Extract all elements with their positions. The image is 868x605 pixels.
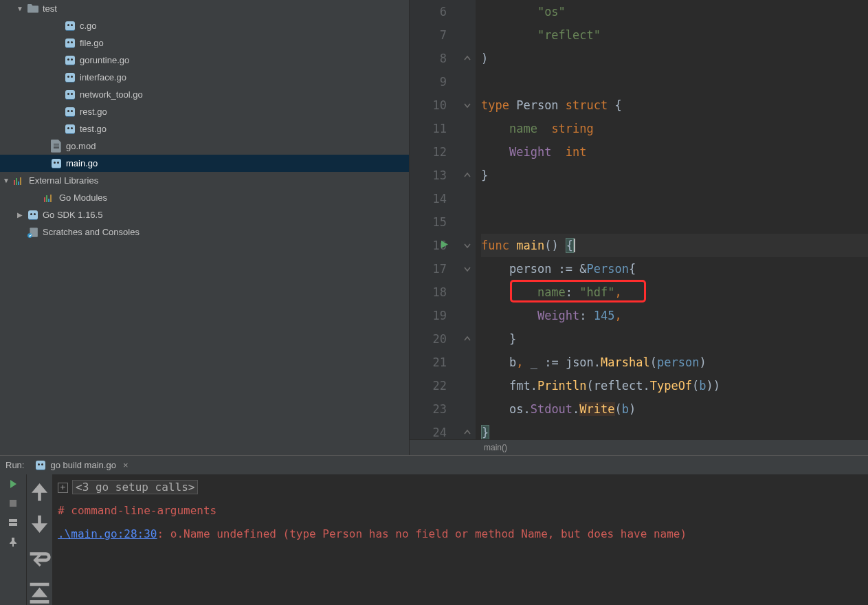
code-line[interactable]: type Person struct { (481, 94, 868, 117)
code-line[interactable]: "os" (481, 0, 868, 23)
file-c.go[interactable]: c.go (0, 17, 409, 34)
run-tool-window: +<3 go setup calls> # command-line-argum… (0, 474, 868, 605)
line-number[interactable]: 6 (410, 0, 447, 23)
code-line[interactable]: os.Stdout.Write(b) (481, 397, 868, 421)
console-output[interactable]: +<3 go setup calls> # command-line-argum… (52, 474, 868, 605)
line-number[interactable]: 7 (410, 23, 447, 47)
code-line[interactable]: name: "hdf", (481, 280, 868, 304)
go-modules[interactable]: Go Modules (0, 189, 409, 206)
code-line[interactable]: } (481, 327, 868, 351)
line-number[interactable]: 12 (410, 140, 447, 164)
line-number[interactable]: 15 (410, 210, 447, 234)
library-icon (44, 192, 55, 204)
file-interface.go[interactable]: interface.go (0, 69, 409, 86)
line-number[interactable]: 24 (410, 421, 447, 439)
line-number[interactable]: 11 (410, 117, 447, 140)
external-libraries[interactable]: ▼External Libraries (0, 172, 409, 189)
line-number[interactable]: 8 (410, 47, 447, 70)
go-file-icon (65, 124, 76, 135)
file-test.go[interactable]: test.go (0, 120, 409, 138)
tree-label: test.go (80, 124, 107, 134)
pin-icon[interactable] (8, 536, 19, 547)
file-main-go[interactable]: main.go (0, 155, 409, 172)
code-area[interactable]: "os" "reflect")type Person struct { name… (476, 0, 868, 439)
code-line[interactable]: "reflect" (481, 23, 868, 47)
code-line[interactable] (481, 210, 868, 234)
file-go-mod[interactable]: go.mod (0, 138, 409, 155)
fold-mark-icon[interactable] (463, 335, 471, 343)
line-number[interactable]: 17 (410, 257, 447, 280)
line-number[interactable]: 23 (410, 397, 447, 421)
run-gutter-icon[interactable] (440, 240, 449, 249)
file-file.go[interactable]: file.go (0, 34, 409, 52)
setup-calls[interactable]: <3 go setup calls> (72, 480, 198, 494)
run-tab[interactable]: go build main.go × (31, 457, 132, 474)
fold-mark-icon[interactable] (463, 241, 471, 250)
go-file-icon (65, 89, 76, 100)
line-number[interactable]: 20 (410, 327, 447, 351)
fold-mark-icon[interactable] (463, 54, 471, 63)
line-number[interactable]: 19 (410, 304, 447, 327)
code-line[interactable]: func main() { (481, 234, 868, 257)
line-number[interactable]: 13 (410, 164, 447, 187)
run-toolbar-2[interactable] (26, 474, 52, 605)
scroll-to-end-icon[interactable] (27, 580, 52, 605)
fold-mark-icon[interactable] (463, 428, 471, 437)
code-line[interactable]: b, _ := json.Marshal(person) (481, 351, 868, 374)
fold-mark-icon[interactable] (463, 265, 471, 273)
breadcrumb[interactable]: main() (410, 439, 868, 455)
line-number[interactable]: 14 (410, 187, 447, 210)
file-rest.go[interactable]: rest.go (0, 103, 409, 120)
code-line[interactable]: fmt.Println(reflect.TypeOf(b)) (481, 374, 868, 397)
fold-expand-icon[interactable]: + (58, 483, 68, 493)
stop-icon[interactable] (8, 498, 19, 509)
code-line[interactable]: Weight int (481, 140, 868, 164)
expand-icon[interactable]: ▼ (3, 177, 10, 184)
breadcrumb-item[interactable]: main() (484, 443, 507, 452)
code-line[interactable] (481, 70, 868, 94)
line-number[interactable]: 22 (410, 374, 447, 397)
go-sdk[interactable]: ▶Go SDK 1.16.5 (0, 206, 409, 223)
code-line[interactable] (481, 187, 868, 210)
error-link[interactable]: .\main.go:28:30 (58, 527, 157, 540)
code-line[interactable]: person := &Person{ (481, 257, 868, 280)
tree-label: Go Modules (59, 192, 107, 203)
expand-icon[interactable]: ▼ (16, 5, 23, 12)
tree-label: External Libraries (29, 175, 98, 186)
down-arrow-icon[interactable] (27, 512, 52, 538)
line-number[interactable]: 10 (410, 94, 447, 117)
soft-wrap-icon[interactable] (27, 546, 52, 571)
file-goruntine.go[interactable]: goruntine.go (0, 52, 409, 69)
code-line[interactable]: ) (481, 47, 868, 70)
scratches[interactable]: Scratches and Consoles (0, 223, 409, 241)
tree-label: interface.go (80, 72, 126, 82)
line-number[interactable]: 16 (410, 234, 447, 257)
svg-rect-3 (9, 519, 17, 522)
code-line[interactable]: } (481, 164, 868, 187)
layout-icon[interactable] (8, 517, 19, 528)
fold-column[interactable] (462, 0, 476, 439)
run-toolbar-left[interactable] (0, 474, 26, 605)
code-line[interactable]: name string (481, 117, 868, 140)
tree-label: c.go (80, 21, 97, 31)
line-number[interactable]: 18 (410, 280, 447, 304)
project-tree[interactable]: ▼testc.gofile.gogoruntine.gointerface.go… (0, 0, 410, 455)
go-file-icon (65, 72, 76, 83)
line-number[interactable]: 21 (410, 351, 447, 374)
folder-test[interactable]: ▼test (0, 0, 409, 17)
code-line[interactable]: } (481, 421, 868, 439)
tree-label: go.mod (66, 141, 96, 151)
tree-label: network_tool.go (80, 89, 143, 100)
close-icon[interactable]: × (123, 460, 129, 470)
line-number[interactable]: 9 (410, 70, 447, 94)
code-line[interactable]: Weight: 145, (481, 304, 868, 327)
fold-mark-icon[interactable] (463, 171, 471, 179)
expand-icon[interactable]: ▶ (16, 211, 23, 219)
up-arrow-icon[interactable] (27, 478, 52, 504)
fold-mark-icon[interactable] (463, 101, 471, 109)
run-icon[interactable] (8, 478, 19, 490)
editor[interactable]: 67891011121314151617181920212223242526 "… (410, 0, 868, 455)
file-network_tool.go[interactable]: network_tool.go (0, 86, 409, 103)
library-icon (14, 175, 25, 186)
run-tool-header[interactable]: Run: go build main.go × (0, 455, 868, 474)
